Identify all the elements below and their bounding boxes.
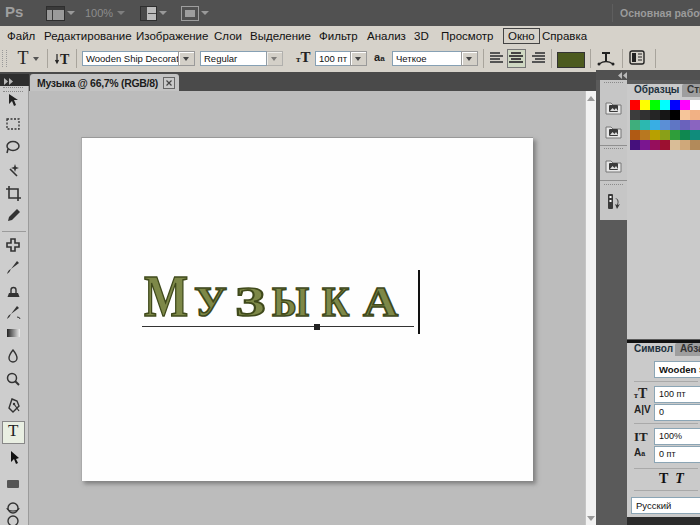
svg-text:T: T [60, 52, 70, 67]
